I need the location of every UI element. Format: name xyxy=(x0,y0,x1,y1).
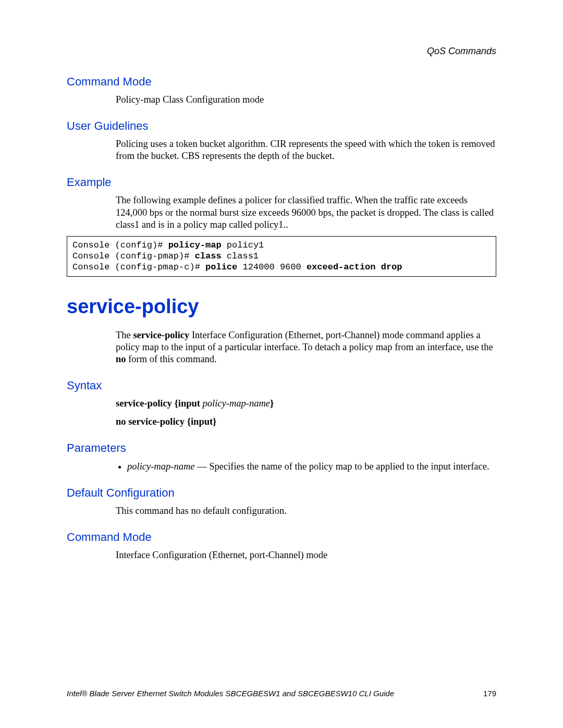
text-command-mode-1: Policy-map Class Configuration mode xyxy=(116,94,496,106)
syntax1-a: service-policy {input xyxy=(116,398,203,409)
heading-user-guidelines: User Guidelines xyxy=(67,119,496,133)
intro-p2: service-policy xyxy=(133,330,189,340)
page-content: Command Mode Policy-map Class Configurat… xyxy=(67,75,496,561)
heading-command-mode-2: Command Mode xyxy=(67,530,496,544)
page: QoS Commands Command Mode Policy-map Cla… xyxy=(0,0,563,728)
footer-page-number: 179 xyxy=(483,689,496,698)
footer-title: Intel® Blade Server Ethernet Switch Modu… xyxy=(67,689,394,698)
syntax1-c: } xyxy=(270,398,274,409)
code-l3d: exceed-action drop xyxy=(307,262,402,272)
code-l2b: class xyxy=(195,251,222,261)
syntax-line-1: service-policy {input policy-map-name} xyxy=(116,398,496,410)
code-l3b: police xyxy=(205,262,237,272)
text-default-configuration: This command has no default configuratio… xyxy=(116,505,496,517)
body-command-mode-1: Policy-map Class Configuration mode xyxy=(116,94,496,106)
syntax-line-2: no service-policy {input} xyxy=(116,416,496,428)
heading-example: Example xyxy=(67,176,496,189)
heading-parameters: Parameters xyxy=(67,441,496,455)
body-default-configuration: This command has no default configuratio… xyxy=(116,505,496,517)
code-l2a: Console (config-pmap)# xyxy=(72,251,195,261)
text-service-policy-intro: The service-policy Interface Configurati… xyxy=(116,329,496,365)
code-example: Console (config)# policy-map policy1 Con… xyxy=(67,236,496,277)
parameters-list: policy-map-name — Specifies the name of … xyxy=(127,460,496,473)
text-example: The following example defines a policer … xyxy=(116,194,496,230)
running-head: QoS Commands xyxy=(427,46,496,57)
syntax2: no service-policy {input} xyxy=(116,416,216,427)
body-user-guidelines: Policing uses a token bucket algorithm. … xyxy=(116,138,496,162)
body-syntax: service-policy {input policy-map-name} n… xyxy=(116,398,496,428)
body-parameters: policy-map-name — Specifies the name of … xyxy=(116,460,496,473)
intro-p4: no xyxy=(116,354,126,364)
heading-service-policy: service-policy xyxy=(67,295,496,318)
code-l1c: policy1 xyxy=(222,240,264,250)
text-command-mode-2: Interface Configuration (Ethernet, port-… xyxy=(116,549,496,561)
intro-p1: The xyxy=(116,330,133,340)
param-desc: — Specifies the name of the policy map t… xyxy=(194,461,489,472)
syntax1-b: policy-map-name xyxy=(203,398,270,409)
page-footer: Intel® Blade Server Ethernet Switch Modu… xyxy=(67,689,496,698)
parameter-item: policy-map-name — Specifies the name of … xyxy=(127,460,496,473)
code-l1b: policy-map xyxy=(168,240,222,250)
code-l3c: 124000 9600 xyxy=(237,262,307,272)
code-l3a: Console (config-pmap-c)# xyxy=(72,262,205,272)
heading-syntax: Syntax xyxy=(67,379,496,392)
param-name: policy-map-name xyxy=(127,461,194,472)
code-l1a: Console (config)# xyxy=(72,240,168,250)
body-example: The following example defines a policer … xyxy=(116,194,496,230)
text-user-guidelines: Policing uses a token bucket algorithm. … xyxy=(116,138,496,162)
body-service-policy-intro: The service-policy Interface Configurati… xyxy=(116,329,496,365)
heading-default-configuration: Default Configuration xyxy=(67,486,496,500)
heading-command-mode-1: Command Mode xyxy=(67,75,496,89)
body-command-mode-2: Interface Configuration (Ethernet, port-… xyxy=(116,549,496,561)
code-l2c: class1 xyxy=(222,251,259,261)
intro-p5: form of this command. xyxy=(126,354,217,364)
